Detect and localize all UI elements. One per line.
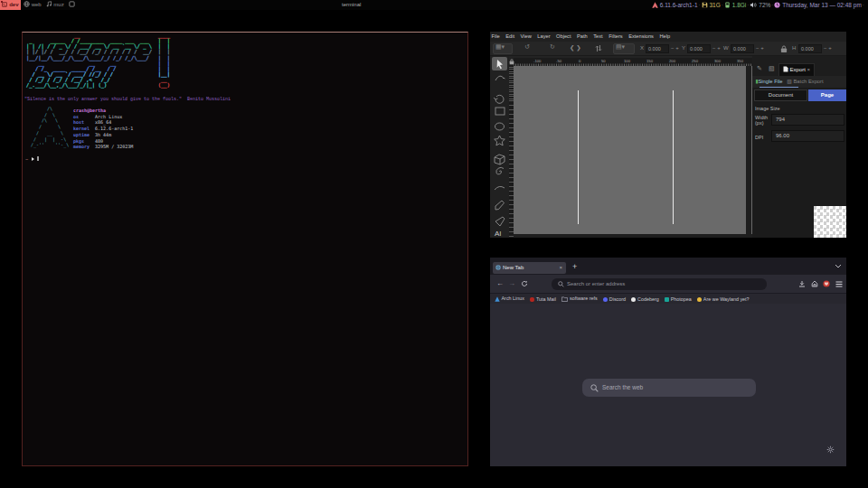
svg-text:50: 50 (601, 59, 606, 63)
svg-text:150: 150 (646, 59, 654, 63)
svg-text:0: 0 (579, 59, 581, 63)
svg-text:200: 200 (669, 59, 676, 63)
svg-text:300: 300 (714, 59, 722, 63)
svg-text:-50: -50 (556, 59, 562, 63)
svg-text:AI: AI (495, 230, 502, 238)
svg-text:100: 100 (624, 59, 631, 63)
svg-text:250: 250 (692, 59, 699, 63)
svg-text:-100: -100 (533, 59, 542, 63)
svg-text:350: 350 (737, 59, 744, 63)
